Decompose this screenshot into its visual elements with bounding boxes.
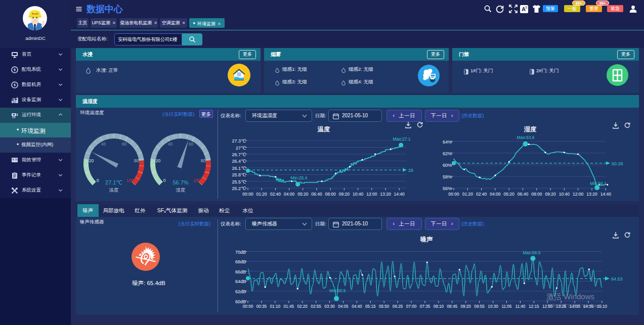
svg-text:文: 文 — [525, 6, 528, 9]
svg-text:Acrel: Acrel — [32, 12, 38, 15]
